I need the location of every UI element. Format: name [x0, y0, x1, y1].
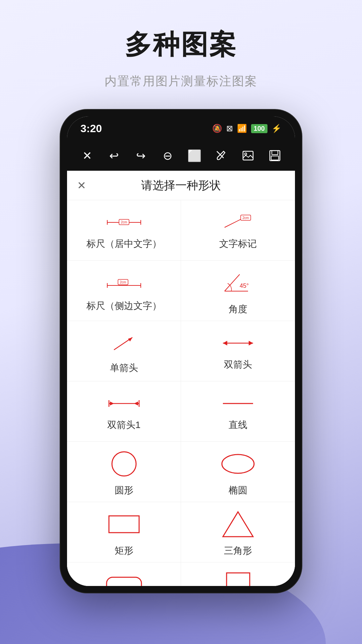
ruler-side-icon: 2cm — [104, 273, 144, 293]
wifi-icon: 📶 — [237, 124, 247, 133]
shape-item-double-arrow[interactable]: 双箭头 — [181, 321, 295, 381]
shape-item-double-arrow1[interactable]: 双箭头1 — [67, 381, 181, 442]
text-mark-label: 文字标记 — [219, 237, 257, 250]
rectangle-label: 矩形 — [115, 544, 133, 557]
double-arrow-label: 双箭头 — [224, 358, 252, 371]
triangle-icon — [221, 511, 255, 538]
svg-rect-0 — [243, 151, 253, 160]
app-toolbar: ✕ ↩ ↪ ⊖ ⬜ — [67, 141, 295, 171]
single-arrow-label: 单箭头 — [110, 362, 138, 374]
shape-item-triangle[interactable]: 三角形 — [181, 502, 295, 562]
svg-point-32 — [112, 452, 136, 476]
svg-point-33 — [222, 454, 254, 473]
svg-rect-4 — [271, 156, 279, 160]
rectangle-icon — [106, 511, 142, 538]
svg-marker-35 — [223, 512, 253, 537]
double-arrow-icon — [218, 334, 258, 352]
svg-marker-29 — [110, 401, 114, 406]
copy-button[interactable]: ⬜ — [184, 146, 204, 166]
triangle-label: 三角形 — [224, 544, 252, 557]
double-arrow1-label: 双箭头1 — [107, 419, 141, 431]
close-button[interactable]: ✕ — [77, 146, 97, 166]
circle-icon — [109, 450, 139, 477]
shape-item-ruler-side[interactable]: 2cm 标尺（侧边文字） — [67, 261, 181, 321]
status-time: 3:20 — [80, 122, 102, 135]
shape-item-rectangle[interactable]: 矩形 — [67, 502, 181, 562]
save-button[interactable] — [265, 146, 285, 166]
svg-marker-30 — [134, 401, 138, 406]
svg-line-19 — [225, 274, 240, 291]
page-title: 多种图案 — [0, 0, 362, 63]
status-bar: 3:20 🔕 ⊠ 📶 100 ⚡ — [67, 116, 295, 141]
shape-item-ellipse[interactable]: 椭圆 — [181, 442, 295, 502]
shape-item-circle[interactable]: 圆形 — [67, 442, 181, 502]
line-icon — [218, 395, 258, 412]
shape-item-square[interactable]: 正方形 — [181, 562, 295, 586]
minus-button[interactable]: ⊖ — [158, 146, 178, 166]
svg-marker-24 — [223, 341, 227, 345]
shape-item-single-arrow[interactable]: 单箭头 — [67, 321, 181, 381]
phone-frame: 3:20 🔕 ⊠ 📶 100 ⚡ ✕ ↩ ↪ ⊖ ⬜ — [60, 110, 302, 593]
main-content: ✕ 请选择一种形状 2cm — [67, 171, 295, 586]
square-icon — [224, 571, 252, 586]
svg-text:2cm: 2cm — [121, 220, 127, 224]
modal-title: 请选择一种形状 — [141, 178, 221, 193]
line-label: 直线 — [229, 419, 247, 431]
ellipse-label: 椭圆 — [229, 484, 247, 497]
image-button[interactable] — [238, 146, 258, 166]
alarm-icon: 🔕 — [212, 124, 222, 133]
svg-rect-37 — [227, 573, 250, 586]
single-arrow-icon — [107, 331, 141, 355]
ruler-side-label: 标尺（侧边文字） — [86, 300, 162, 312]
svg-text:2cm: 2cm — [120, 280, 126, 284]
shape-item-ruler-center[interactable]: 2cm 标尺（居中文字） — [67, 200, 181, 261]
rounded-rect-icon — [104, 571, 144, 586]
modal-close-button[interactable]: ✕ — [77, 179, 86, 192]
ruler-center-icon: 2cm — [104, 214, 144, 231]
svg-text:2cm: 2cm — [243, 216, 249, 220]
ruler-center-label: 标尺（居中文字） — [86, 237, 162, 250]
svg-rect-34 — [109, 516, 139, 533]
svg-rect-36 — [107, 577, 141, 586]
angle-label: 角度 — [229, 303, 247, 316]
text-mark-icon: 2cm — [218, 214, 258, 231]
phone-screen: 3:20 🔕 ⊠ 📶 100 ⚡ ✕ ↩ ↪ ⊖ ⬜ — [67, 116, 295, 586]
brush-button[interactable] — [211, 146, 231, 166]
page-subtitle: 内置常用图片测量标注图案 — [0, 73, 362, 90]
battery-icon: 100 — [251, 124, 267, 133]
shape-item-rounded-rect[interactable]: 圆角矩形 — [67, 562, 181, 586]
circle-label: 圆形 — [115, 484, 133, 497]
shape-item-angle[interactable]: 45° 角度 — [181, 261, 295, 321]
svg-marker-22 — [128, 337, 132, 341]
shape-item-text-mark[interactable]: 2cm 文字标记 — [181, 200, 295, 261]
phone-mockup: 3:20 🔕 ⊠ 📶 100 ⚡ ✕ ↩ ↪ ⊖ ⬜ — [0, 110, 362, 593]
sim-icon: ⊠ — [226, 124, 233, 133]
undo-button[interactable]: ↩ — [104, 146, 124, 166]
charging-icon: ⚡ — [272, 124, 282, 133]
double-arrow1-icon — [104, 395, 144, 412]
shape-item-line[interactable]: 直线 — [181, 381, 295, 442]
angle-icon: 45° — [221, 269, 255, 296]
svg-rect-3 — [272, 151, 278, 155]
svg-marker-25 — [249, 341, 253, 345]
ellipse-icon — [220, 450, 256, 477]
redo-button[interactable]: ↪ — [131, 146, 151, 166]
svg-point-1 — [245, 153, 247, 155]
svg-text:45°: 45° — [240, 282, 249, 289]
status-icons: 🔕 ⊠ 📶 100 ⚡ — [212, 124, 282, 133]
shape-grid: 2cm 标尺（居中文字） 2cm — [67, 200, 295, 586]
modal-header: ✕ 请选择一种形状 — [67, 171, 295, 200]
